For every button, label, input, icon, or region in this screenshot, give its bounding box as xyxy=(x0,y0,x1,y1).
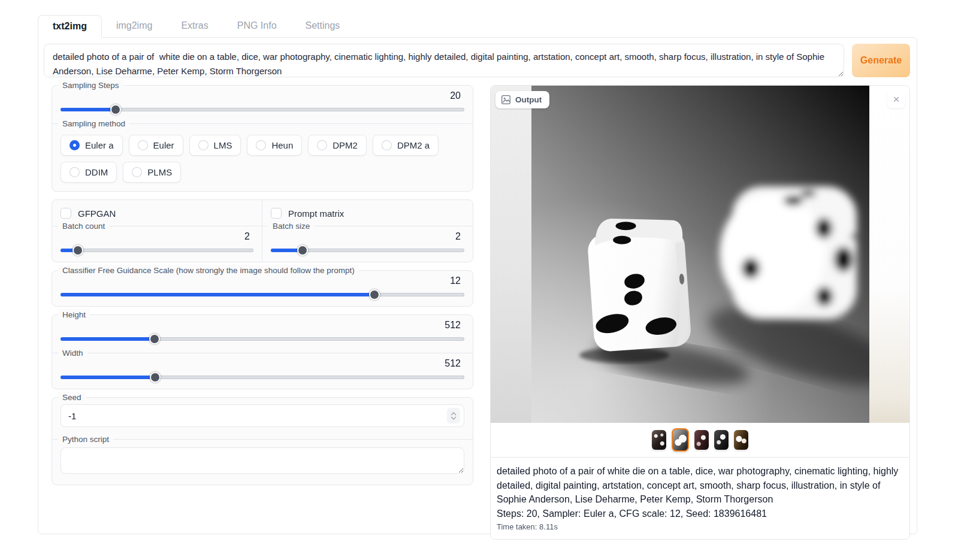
thumbnail-2-selected[interactable] xyxy=(672,428,689,452)
radio-dpm2-a[interactable]: DPM2 a xyxy=(373,135,439,156)
width-value: 512 xyxy=(61,358,464,371)
width-label: Width xyxy=(58,347,87,359)
output-gallery: Output × xyxy=(491,86,909,423)
batch-count-slider[interactable] xyxy=(61,245,253,256)
radio-icon xyxy=(198,140,208,150)
seed-input[interactable] xyxy=(68,411,447,421)
cfg-panel: Classifier Free Guidance Scale (how stro… xyxy=(52,270,473,307)
slider-track xyxy=(61,337,464,341)
radio-label: Euler a xyxy=(85,140,114,150)
radio-icon xyxy=(69,167,80,177)
txt2img-panel: detailed photo of a pair of white die on… xyxy=(38,37,917,534)
python-script-label: Python script xyxy=(58,434,113,446)
batch-size-value: 2 xyxy=(271,231,464,244)
radio-heun[interactable]: Heun xyxy=(247,135,302,156)
radio-ddim[interactable]: DDIM xyxy=(61,162,117,183)
prompt-matrix-checkbox[interactable] xyxy=(271,208,282,219)
cfg-slider[interactable] xyxy=(61,289,464,300)
sampling-steps-label: Sampling Steps xyxy=(58,80,123,92)
cfg-field: Classifier Free Guidance Scale (how stro… xyxy=(52,271,473,306)
generation-info: detailed photo of a pair of white die on… xyxy=(491,457,909,539)
tab-img2img[interactable]: img2img xyxy=(102,15,167,37)
slider-track xyxy=(61,108,464,111)
output-column: Output × xyxy=(490,85,910,540)
thumbnail-strip xyxy=(491,423,909,457)
radio-icon xyxy=(317,140,327,150)
radio-label: PLMS xyxy=(147,167,172,177)
height-slider[interactable] xyxy=(61,334,464,344)
settings-column: Sampling Steps 20 Sampling method Euler … xyxy=(52,85,473,540)
tab-png-info[interactable]: PNG Info xyxy=(223,15,291,37)
sampling-panel: Sampling Steps 20 Sampling method Euler … xyxy=(52,85,473,192)
slider-thumb[interactable] xyxy=(110,104,121,115)
tab-settings[interactable]: Settings xyxy=(291,15,355,37)
radio-label: LMS xyxy=(214,140,232,150)
chevron-up-icon xyxy=(451,412,457,416)
output-panel: Output × xyxy=(490,85,910,540)
slider-thumb[interactable] xyxy=(149,334,160,344)
dice-photo-illustration xyxy=(531,86,869,423)
slider-thumb[interactable] xyxy=(150,372,161,383)
thumbnail-4[interactable] xyxy=(714,430,729,450)
radio-euler-a[interactable]: Euler a xyxy=(61,135,123,156)
radio-icon xyxy=(256,140,266,150)
radio-icon xyxy=(382,140,392,150)
tab-bar: txt2img img2img Extras PNG Info Settings xyxy=(38,15,354,37)
sampling-steps-field: Sampling Steps 20 xyxy=(52,86,473,121)
generate-button[interactable]: Generate xyxy=(852,44,910,77)
slider-track xyxy=(61,376,464,379)
radio-label: Euler xyxy=(153,140,174,150)
output-params-text: Steps: 20, Sampler: Euler a, CFG scale: … xyxy=(497,507,902,521)
thumbnail-5[interactable] xyxy=(734,430,748,450)
radio-euler[interactable]: Euler xyxy=(129,135,183,156)
sampling-method-field: Sampling method Euler a Euler LMS Heun D… xyxy=(52,123,473,191)
output-time-text: Time taken: 8.11s xyxy=(497,522,902,531)
sampling-steps-slider[interactable] xyxy=(61,104,464,115)
height-label: Height xyxy=(58,309,90,321)
radio-icon xyxy=(132,167,142,177)
dimensions-panel: Height 512 Width 512 xyxy=(52,314,473,389)
gfpgan-label: GFPGAN xyxy=(78,208,116,219)
python-script-input[interactable] xyxy=(61,447,464,474)
output-header-label: Output xyxy=(515,95,542,104)
slider-thumb[interactable] xyxy=(297,245,308,256)
radio-dpm2[interactable]: DPM2 xyxy=(308,135,367,156)
chevron-down-icon xyxy=(451,416,457,420)
generated-image[interactable] xyxy=(531,86,869,423)
slider-thumb[interactable] xyxy=(72,245,83,256)
width-slider[interactable] xyxy=(61,372,464,383)
sampling-method-options: Euler a Euler LMS Heun DPM2 DPM2 a DDIM … xyxy=(61,129,464,185)
prompt-row: detailed photo of a pair of white die on… xyxy=(44,44,910,77)
height-field: Height 512 xyxy=(52,315,473,350)
tab-extras[interactable]: Extras xyxy=(167,15,222,37)
radio-plms[interactable]: PLMS xyxy=(123,162,181,183)
radio-label: DPM2 xyxy=(333,140,358,150)
thumbnail-3[interactable] xyxy=(694,430,709,450)
radio-label: DPM2 a xyxy=(397,140,430,150)
height-value: 512 xyxy=(61,320,464,333)
batch-panel: GFPGAN Prompt matrix Batch count 2 Batch… xyxy=(52,199,473,262)
batch-count-field: Batch count 2 xyxy=(52,226,262,262)
batch-size-label: Batch size xyxy=(268,220,314,232)
batch-size-slider[interactable] xyxy=(271,245,464,256)
seed-script-panel: Seed Python script xyxy=(52,397,473,485)
seed-field: Seed xyxy=(52,398,473,433)
python-script-field: Python script xyxy=(52,439,473,485)
number-stepper[interactable] xyxy=(447,408,460,423)
sampling-method-label: Sampling method xyxy=(58,118,129,130)
gallery-letterbox-right xyxy=(868,86,909,423)
close-output-button[interactable]: × xyxy=(887,90,905,108)
radio-icon xyxy=(69,140,80,150)
seed-label: Seed xyxy=(58,392,86,404)
output-prompt-text: detailed photo of a pair of white die on… xyxy=(497,464,902,507)
prompt-input[interactable]: detailed photo of a pair of white die on… xyxy=(44,44,844,77)
radio-lms[interactable]: LMS xyxy=(189,135,241,156)
slider-thumb[interactable] xyxy=(369,289,380,300)
thumbnail-1[interactable] xyxy=(652,430,666,450)
cfg-label: Classifier Free Guidance Scale (how stro… xyxy=(58,265,359,277)
radio-icon xyxy=(138,140,148,150)
tab-txt2img[interactable]: txt2img xyxy=(38,15,102,38)
sampling-steps-value: 20 xyxy=(61,90,464,104)
gfpgan-checkbox[interactable] xyxy=(61,208,71,219)
batch-size-field: Batch size 2 xyxy=(262,226,473,262)
